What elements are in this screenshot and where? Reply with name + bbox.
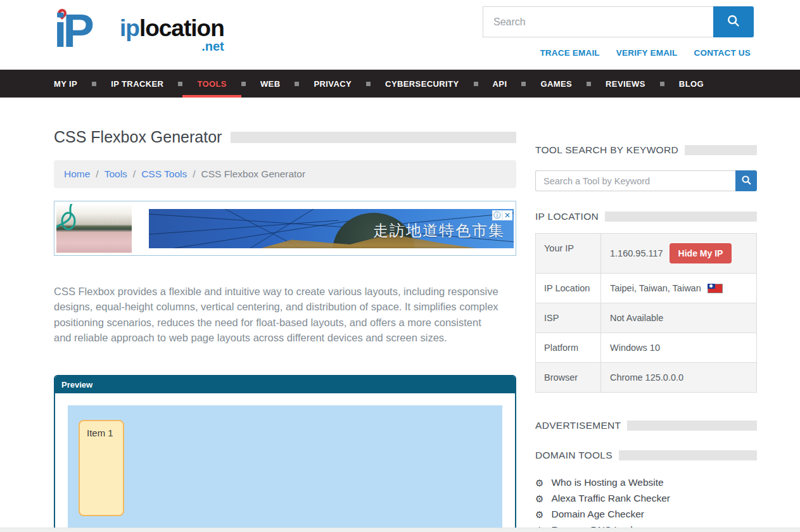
row-value: Chrome 125.0.0.0 [601, 363, 756, 392]
main-nav: MY IP IP TRACKER TOOLS WEB PRIVACY CYBER… [0, 70, 800, 98]
site-header: iP iplocation .net TRACE EMAIL VERIFY EM… [0, 0, 800, 70]
list-item[interactable]: ⚙Who is Hosting a Website [535, 477, 757, 488]
breadcrumb-tools[interactable]: Tools [105, 168, 127, 180]
nav-item-api[interactable]: API [478, 70, 522, 98]
page-title: CSS Flexbox Generator [54, 128, 222, 146]
logo-mark: iP [54, 5, 120, 60]
preview-panel: Preview Item 1 [54, 375, 516, 532]
breadcrumb: Home / Tools / CSS Tools / CSS Flexbox G… [54, 160, 516, 188]
row-label: ISP [536, 303, 601, 332]
taiwan-flag-icon [708, 284, 723, 293]
header-search-button[interactable] [713, 6, 754, 37]
row-value: Not Available [601, 303, 756, 332]
ip-location-heading-text: IP LOCATION [535, 211, 599, 222]
nav-separator [92, 82, 96, 86]
tool-search [535, 170, 757, 191]
contact-us-link[interactable]: CONTACT US [694, 48, 751, 58]
nav-separator [474, 82, 478, 86]
domain-tool-link[interactable]: Domain Age Checker [551, 509, 644, 520]
ad-banner[interactable]: 走訪地道特色市集 ⓘ ✕ [54, 201, 516, 256]
row-value: Taipei, Taiwan, Taiwan [601, 274, 756, 303]
ad-headline: 走訪地道特色市集 [373, 220, 505, 241]
tool-search-heading-text: TOOL SEARCH BY KEYWORD [535, 144, 678, 156]
header-links: TRACE EMAIL VERIFY EMAIL CONTACT US [540, 48, 751, 58]
nav-item-tools[interactable]: TOOLS [182, 70, 241, 98]
domain-tools-heading: DOMAIN TOOLS [535, 450, 757, 461]
table-row-platform: Platform Windows 10 [536, 333, 756, 363]
tool-search-button[interactable] [735, 170, 757, 191]
table-row-ip-location: IP Location Taipei, Taiwan, Taiwan [536, 274, 756, 303]
nav-item-ip-tracker[interactable]: IP TRACKER [96, 70, 178, 98]
nav-item-games[interactable]: GAMES [526, 70, 587, 98]
logo-word-location: location [139, 15, 224, 41]
nav-item-privacy[interactable]: PRIVACY [299, 70, 366, 98]
breadcrumb-css-tools[interactable]: CSS Tools [141, 168, 187, 180]
nav-item-web[interactable]: WEB [246, 70, 295, 98]
ip-location-heading: IP LOCATION [535, 211, 757, 222]
sidebar: TOOL SEARCH BY KEYWORD IP LOCATION Your … [535, 98, 757, 532]
tool-description: CSS Flexbox provides a flexible and intu… [54, 284, 501, 345]
breadcrumb-current: CSS Flexbox Generator [201, 168, 306, 180]
nav-item-cybersecurity[interactable]: CYBERSECURITY [371, 70, 473, 98]
main-column: CSS Flexbox Generator Home / Tools / CSS… [54, 98, 516, 532]
breadcrumb-separator: / [96, 168, 98, 180]
flex-preview-container: Item 1 [68, 405, 502, 529]
row-label: Platform [536, 333, 601, 362]
gear-icon: ⚙ [535, 494, 543, 504]
domain-tools-heading-text: DOMAIN TOOLS [535, 450, 613, 461]
list-item[interactable]: ⚙Domain Age Checker [535, 509, 757, 520]
flex-preview-item-1: Item 1 [79, 420, 124, 516]
nav-separator [660, 82, 664, 86]
nav-separator [241, 82, 246, 86]
search-icon [727, 14, 740, 30]
nav-separator [587, 82, 591, 86]
heading-decorative-bar [619, 450, 757, 460]
advertisement-heading-text: ADVERTISEMENT [535, 420, 621, 431]
nav-separator [295, 82, 299, 86]
domain-tool-link[interactable]: Alexa Traffic Rank Checker [551, 493, 670, 504]
preview-body: Item 1 [55, 393, 515, 532]
logo-wordmark: iplocation .net [120, 16, 224, 40]
ad-info-icon[interactable]: ⓘ [492, 210, 502, 220]
nav-separator [366, 82, 371, 86]
heading-decorative-bar [605, 212, 757, 222]
title-decorative-bar [231, 132, 516, 143]
preview-panel-title: Preview [55, 376, 515, 393]
content: CSS Flexbox Generator Home / Tools / CSS… [0, 98, 800, 532]
ad-main-image: 走訪地道特色市集 ⓘ ✕ [149, 209, 514, 248]
heading-decorative-bar [627, 421, 757, 431]
your-ip-value: 1.160.95.117 [610, 248, 663, 258]
site-logo[interactable]: iP iplocation .net [54, 5, 224, 60]
breadcrumb-home[interactable]: Home [64, 168, 90, 180]
nav-item-blog[interactable]: BLOG [664, 70, 718, 98]
domain-tool-link[interactable]: Who is Hosting a Website [551, 477, 663, 488]
breadcrumb-separator: / [133, 168, 136, 180]
header-search-input[interactable] [483, 6, 713, 37]
ip-info-table: Your IP 1.160.95.117 Hide My IP IP Locat… [535, 233, 757, 393]
table-row-browser: Browser Chrome 125.0.0.0 [536, 363, 756, 392]
heading-decorative-bar [685, 145, 757, 155]
trace-email-link[interactable]: TRACE EMAIL [540, 48, 599, 58]
row-label: Your IP [536, 234, 601, 273]
row-label: Browser [536, 363, 601, 392]
gear-icon: ⚙ [535, 510, 543, 519]
verify-email-link[interactable]: VERIFY EMAIL [616, 48, 678, 58]
logo-ip-glyph: iP [54, 8, 91, 54]
nav-item-reviews[interactable]: REVIEWS [591, 70, 660, 98]
hide-my-ip-button[interactable]: Hide My IP [670, 243, 732, 263]
tool-search-input[interactable] [535, 170, 735, 191]
ip-location-value: Taipei, Taiwan, Taiwan [610, 283, 701, 293]
list-item[interactable]: ⚙Alexa Traffic Rank Checker [535, 493, 757, 504]
row-label: IP Location [536, 274, 601, 303]
ad-close-icon[interactable]: ✕ [502, 210, 512, 220]
logo-word-ip: ip [120, 15, 139, 41]
ad-left-image [56, 204, 132, 253]
advertisement-heading: ADVERTISEMENT [535, 420, 757, 431]
nav-item-my-ip[interactable]: MY IP [39, 70, 92, 98]
footer-strip [0, 528, 800, 532]
nav-separator [521, 82, 526, 86]
tool-search-heading: TOOL SEARCH BY KEYWORD [535, 144, 757, 156]
logo-word-net: .net [201, 39, 224, 54]
table-row-your-ip: Your IP 1.160.95.117 Hide My IP [536, 234, 756, 274]
domain-tools-list: ⚙Who is Hosting a Website ⚙Alexa Traffic… [535, 477, 757, 532]
